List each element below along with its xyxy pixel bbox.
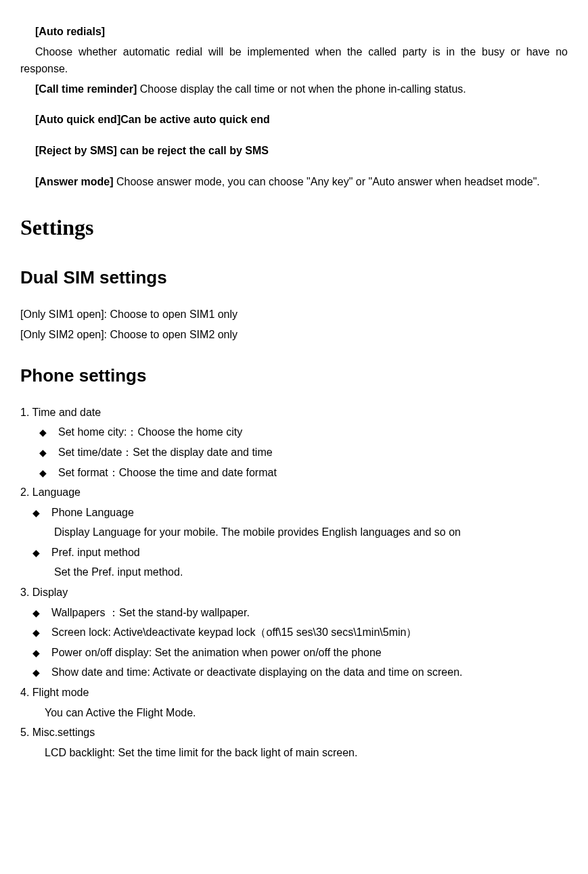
answer-mode: [Answer mode] Choose answer mode, you ca… [20,173,568,191]
phone-display: 3. Display [20,584,568,601]
diamond-bullet-icon: ◆ [32,625,51,640]
diamond-bullet-icon: ◆ [39,425,58,440]
list-item: ◆ Set time/date：Set the display date and… [20,444,568,461]
bullet-set-format: Set format：Choose the time and date form… [58,464,568,482]
call-time-reminder-bold: [Call time reminder] [35,83,140,95]
phone-time-date: 1. Time and date [20,404,568,421]
phone-misc: 5. Misc.settings [20,724,568,741]
diamond-bullet-icon: ◆ [32,505,51,520]
list-item: ◆ Pref. input method [20,544,568,561]
dual-sim2-text: [Only SIM2 open]: Choose to open SIM2 on… [20,326,568,344]
diamond-bullet-icon: ◆ [39,445,58,460]
list-item: ◆ Show date and time: Activate or deacti… [20,664,568,681]
list-item: ◆ Phone Language [20,504,568,522]
list-item: ◆ Wallpapers ：Set the stand-by wallpaper… [20,604,568,622]
bullet-power-display: Power on/off display: Set the animation … [51,644,568,662]
misc-desc: LCD backlight: Set the time limit for th… [20,744,568,762]
auto-redials-text: Choose whether automatic redial will be … [20,43,568,78]
heading-phone-settings: Phone settings [20,362,568,390]
list-item: ◆ Set home city:：Choose the home city [20,423,568,441]
bullet-pref-input: Pref. input method [51,544,568,561]
diamond-bullet-icon: ◆ [32,645,51,660]
flight-mode-desc: You can Active the Flight Mode. [20,704,568,722]
phone-language: 2. Language [20,484,568,501]
bullet-phone-language: Phone Language [51,504,568,522]
call-time-reminder-text: Choose display the call time or not when… [140,83,466,95]
diamond-bullet-icon: ◆ [32,605,51,620]
pref-input-desc: Set the Pref. input method. [20,564,568,581]
list-item: ◆ Power on/off display: Set the animatio… [20,644,568,662]
diamond-bullet-icon: ◆ [39,465,58,480]
bullet-screen-lock: Screen lock: Active\deactivate keypad lo… [51,624,568,641]
heading-settings: Settings [20,210,568,245]
call-time-reminder: [Call time reminder] Choose display the … [20,80,568,98]
answer-mode-text: Choose answer mode, you can choose "Any … [116,176,540,187]
bullet-show-date-time: Show date and time: Activate or deactiva… [51,664,568,681]
dual-sim1-text: [Only SIM1 open]: Choose to open SIM1 on… [20,306,568,323]
heading-dual-sim: Dual SIM settings [20,264,568,292]
bullet-set-home-city: Set home city:：Choose the home city [58,423,568,441]
diamond-bullet-icon: ◆ [32,665,51,680]
reject-by-sms: [Reject by SMS] can be reject the call b… [20,142,568,160]
list-item: ◆ Set format：Choose the time and date fo… [20,464,568,482]
bullet-wallpapers: Wallpapers ：Set the stand-by wallpaper. [51,604,568,622]
phone-flight-mode: 4. Flight mode [20,684,568,702]
answer-mode-bold: [Answer mode] [35,176,116,187]
bullet-set-time-date: Set time/date：Set the display date and t… [58,444,568,461]
auto-redials-title: [Auto redials] [20,23,568,41]
auto-quick-end: [Auto quick end]Can be active auto quick… [20,111,568,129]
list-item: ◆ Screen lock: Active\deactivate keypad … [20,624,568,641]
diamond-bullet-icon: ◆ [32,545,51,560]
phone-language-desc: Display Language for your mobile. The mo… [20,524,568,541]
